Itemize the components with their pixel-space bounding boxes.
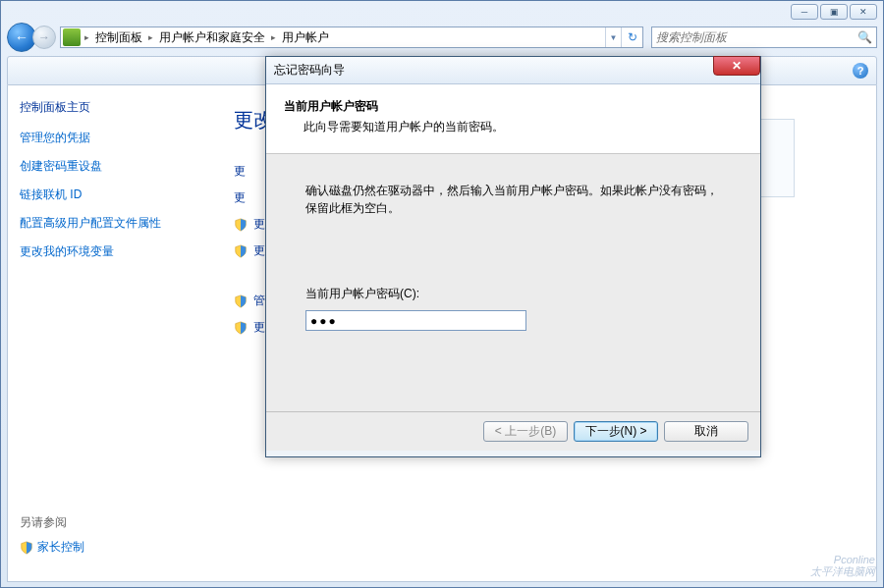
nav-buttons: ← → — [7, 23, 56, 52]
cancel-button[interactable]: 取消 — [664, 421, 748, 442]
task-link-password-reset-disk[interactable]: 创建密码重设盘 — [20, 158, 193, 175]
shield-icon — [234, 244, 248, 258]
navigation-bar: ← → ▸ 控制面板 ▸ 用户帐户和家庭安全 ▸ 用户帐户 ▼ ↻ 🔍 — [7, 23, 877, 52]
search-icon[interactable]: 🔍 — [853, 30, 876, 44]
address-bar[interactable]: ▸ 控制面板 ▸ 用户帐户和家庭安全 ▸ 用户帐户 ▼ ↻ — [60, 27, 643, 48]
shield-icon — [20, 541, 33, 555]
breadcrumb-item[interactable]: 控制面板 — [91, 27, 146, 47]
help-icon[interactable]: ? — [853, 63, 868, 79]
sidebar-title[interactable]: 控制面板主页 — [20, 99, 193, 116]
titlebar: ─ ▣ ✕ — [1, 1, 883, 23]
refresh-button[interactable]: ↻ — [621, 27, 642, 47]
breadcrumb-sep: ▸ — [146, 32, 155, 42]
dialog-close-button[interactable]: ✕ — [713, 56, 760, 76]
watermark: Pconline 太平洋电脑网 — [810, 554, 875, 577]
back-button[interactable]: < 上一步(B) — [483, 421, 568, 442]
breadcrumb: 控制面板 ▸ 用户帐户和家庭安全 ▸ 用户帐户 — [91, 27, 333, 47]
shield-icon — [234, 321, 248, 335]
close-button[interactable]: ✕ — [850, 4, 877, 20]
maximize-button[interactable]: ▣ — [820, 4, 848, 20]
dialog-button-row: < 上一步(B) 下一步(N) > 取消 — [266, 411, 760, 451]
shield-icon — [234, 218, 248, 232]
breadcrumb-item[interactable]: 用户帐户和家庭安全 — [155, 27, 269, 47]
minimize-button[interactable]: ─ — [791, 4, 818, 20]
breadcrumb-item[interactable]: 用户帐户 — [278, 27, 333, 47]
see-also-parental-label: 家长控制 — [37, 539, 84, 556]
control-panel-window: ─ ▣ ✕ ← → ▸ 控制面板 ▸ 用户帐户和家庭安全 ▸ 用户帐户 ▼ ↻ … — [0, 0, 884, 588]
next-button[interactable]: 下一步(N) > — [574, 421, 658, 442]
dialog-titlebar[interactable]: 忘记密码向导 ✕ — [266, 57, 760, 84]
task-link-online-id[interactable]: 链接联机 ID — [20, 187, 193, 203]
password-field-label: 当前用户帐户密码(C): — [305, 286, 721, 302]
search-box[interactable]: 🔍 — [651, 27, 877, 48]
breadcrumb-sep: ▸ — [83, 32, 91, 42]
control-panel-icon — [63, 28, 81, 46]
dialog-header: 当前用户帐户密码 此向导需要知道用户帐户的当前密码。 — [266, 84, 760, 154]
task-link-credentials[interactable]: 管理您的凭据 — [20, 130, 193, 146]
task-link-env-vars[interactable]: 更改我的环境变量 — [20, 243, 193, 260]
breadcrumb-sep: ▸ — [269, 32, 278, 42]
search-input[interactable] — [652, 30, 853, 44]
task-link-advanced-profile[interactable]: 配置高级用户配置文件属性 — [20, 215, 193, 232]
current-password-input[interactable] — [305, 310, 526, 331]
sidebar: 控制面板主页 管理您的凭据 创建密码重设盘 链接联机 ID 配置高级用户配置文件… — [8, 85, 204, 581]
shield-icon — [234, 294, 248, 308]
see-also-parental[interactable]: 家长控制 — [20, 539, 193, 556]
dialog-content: 确认磁盘仍然在驱动器中，然后输入当前用户帐户密码。如果此帐户没有密码，保留此框为… — [266, 154, 760, 411]
address-dropdown-icon[interactable]: ▼ — [605, 27, 621, 47]
dialog-title: 忘记密码向导 — [274, 62, 345, 79]
dialog-header-subtitle: 此向导需要知道用户帐户的当前密码。 — [304, 119, 743, 135]
see-also-label: 另请参阅 — [20, 514, 193, 531]
forgot-password-wizard-dialog: 忘记密码向导 ✕ 当前用户帐户密码 此向导需要知道用户帐户的当前密码。 确认磁盘… — [265, 56, 761, 457]
dialog-header-title: 当前用户帐户密码 — [284, 98, 743, 115]
nav-forward-button[interactable]: → — [32, 26, 56, 49]
dialog-instruction: 确认磁盘仍然在驱动器中，然后输入当前用户帐户密码。如果此帐户没有密码，保留此框为… — [305, 182, 721, 217]
